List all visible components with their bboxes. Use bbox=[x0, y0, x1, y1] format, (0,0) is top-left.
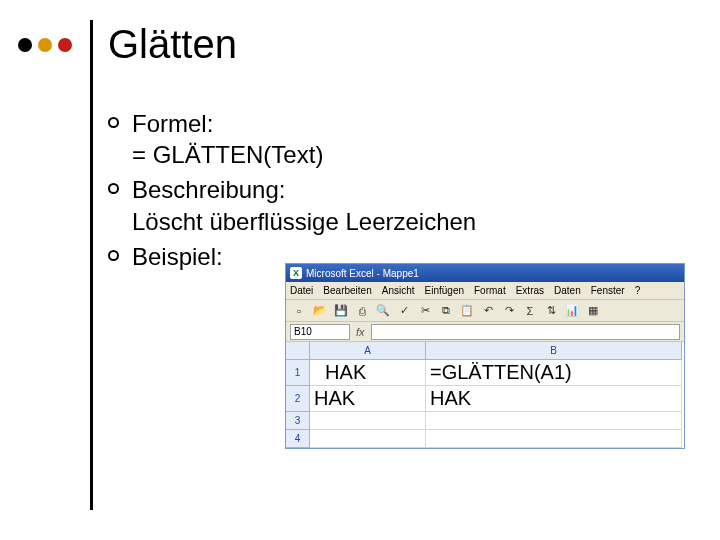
bullet-icon bbox=[108, 183, 119, 194]
open-icon[interactable]: 📂 bbox=[311, 302, 329, 320]
bullet-beschreibung: Beschreibung: Löscht überflüssige Leerze… bbox=[108, 174, 698, 236]
row-1: 1 HAK =GLÄTTEN(A1) bbox=[286, 360, 684, 386]
copy-icon[interactable]: ⧉ bbox=[437, 302, 455, 320]
row-3: 3 bbox=[286, 412, 684, 430]
save-icon[interactable]: 💾 bbox=[332, 302, 350, 320]
sort-icon[interactable]: ⇅ bbox=[542, 302, 560, 320]
fx-icon[interactable]: fx bbox=[356, 326, 365, 338]
cell-a3[interactable] bbox=[310, 412, 426, 430]
dot-black bbox=[18, 38, 32, 52]
menu-fenster[interactable]: Fenster bbox=[591, 285, 625, 296]
table-icon[interactable]: ▦ bbox=[584, 302, 602, 320]
col-header-b[interactable]: B bbox=[426, 342, 682, 360]
excel-menubar: Datei Bearbeiten Ansicht Einfügen Format… bbox=[286, 282, 684, 300]
cell-a2[interactable]: HAK bbox=[310, 386, 426, 412]
menu-extras[interactable]: Extras bbox=[516, 285, 544, 296]
accent-dots bbox=[18, 38, 72, 52]
bullet-label: Beschreibung: bbox=[132, 174, 698, 205]
redo-icon[interactable]: ↷ bbox=[500, 302, 518, 320]
cell-a1[interactable]: HAK bbox=[310, 360, 426, 386]
menu-daten[interactable]: Daten bbox=[554, 285, 581, 296]
row-header[interactable]: 1 bbox=[286, 360, 310, 386]
row-header[interactable]: 2 bbox=[286, 386, 310, 412]
print-icon[interactable]: ⎙ bbox=[353, 302, 371, 320]
new-file-icon[interactable]: ▫ bbox=[290, 302, 308, 320]
excel-titlebar: X Microsoft Excel - Mappe1 bbox=[286, 264, 684, 282]
sum-icon[interactable]: Σ bbox=[521, 302, 539, 320]
bullet-sub: = GLÄTTEN(Text) bbox=[132, 139, 698, 170]
name-box[interactable]: B10 bbox=[290, 324, 350, 340]
row-2: 2 HAK HAK bbox=[286, 386, 684, 412]
menu-ansicht[interactable]: Ansicht bbox=[382, 285, 415, 296]
menu-help[interactable]: ? bbox=[635, 285, 641, 296]
menu-einfuegen[interactable]: Einfügen bbox=[425, 285, 464, 296]
undo-icon[interactable]: ↶ bbox=[479, 302, 497, 320]
excel-grid: A B 1 HAK =GLÄTTEN(A1) 2 HAK HAK 3 4 bbox=[286, 342, 684, 448]
menu-datei[interactable]: Datei bbox=[290, 285, 313, 296]
excel-title-text: Microsoft Excel - Mappe1 bbox=[306, 268, 419, 279]
row-header[interactable]: 4 bbox=[286, 430, 310, 448]
chart-icon[interactable]: 📊 bbox=[563, 302, 581, 320]
dot-orange bbox=[38, 38, 52, 52]
select-all-corner[interactable] bbox=[286, 342, 310, 360]
row-4: 4 bbox=[286, 430, 684, 448]
vertical-divider bbox=[90, 20, 93, 510]
bullet-formel: Formel: = GLÄTTEN(Text) bbox=[108, 108, 698, 170]
slide-content: Formel: = GLÄTTEN(Text) Beschreibung: Lö… bbox=[108, 108, 698, 276]
bullet-icon bbox=[108, 117, 119, 128]
dot-red bbox=[58, 38, 72, 52]
paste-icon[interactable]: 📋 bbox=[458, 302, 476, 320]
col-header-a[interactable]: A bbox=[310, 342, 426, 360]
formula-input[interactable] bbox=[371, 324, 680, 340]
spellcheck-icon[interactable]: ✓ bbox=[395, 302, 413, 320]
bullet-icon bbox=[108, 250, 119, 261]
menu-format[interactable]: Format bbox=[474, 285, 506, 296]
preview-icon[interactable]: 🔍 bbox=[374, 302, 392, 320]
excel-toolbar: ▫ 📂 💾 ⎙ 🔍 ✓ ✂ ⧉ 📋 ↶ ↷ Σ ⇅ 📊 ▦ bbox=[286, 300, 684, 322]
cell-b4[interactable] bbox=[426, 430, 682, 448]
cell-b3[interactable] bbox=[426, 412, 682, 430]
cell-b2[interactable]: HAK bbox=[426, 386, 682, 412]
menu-bearbeiten[interactable]: Bearbeiten bbox=[323, 285, 371, 296]
cell-a4[interactable] bbox=[310, 430, 426, 448]
excel-screenshot: X Microsoft Excel - Mappe1 Datei Bearbei… bbox=[285, 263, 685, 449]
cell-b1[interactable]: =GLÄTTEN(A1) bbox=[426, 360, 682, 386]
excel-formulabar: B10 fx bbox=[286, 322, 684, 342]
bullet-sub: Löscht überflüssige Leerzeichen bbox=[132, 206, 698, 237]
excel-app-icon: X bbox=[290, 267, 302, 279]
slide-title: Glätten bbox=[108, 22, 237, 67]
row-header[interactable]: 3 bbox=[286, 412, 310, 430]
cut-icon[interactable]: ✂ bbox=[416, 302, 434, 320]
bullet-label: Formel: bbox=[132, 108, 698, 139]
